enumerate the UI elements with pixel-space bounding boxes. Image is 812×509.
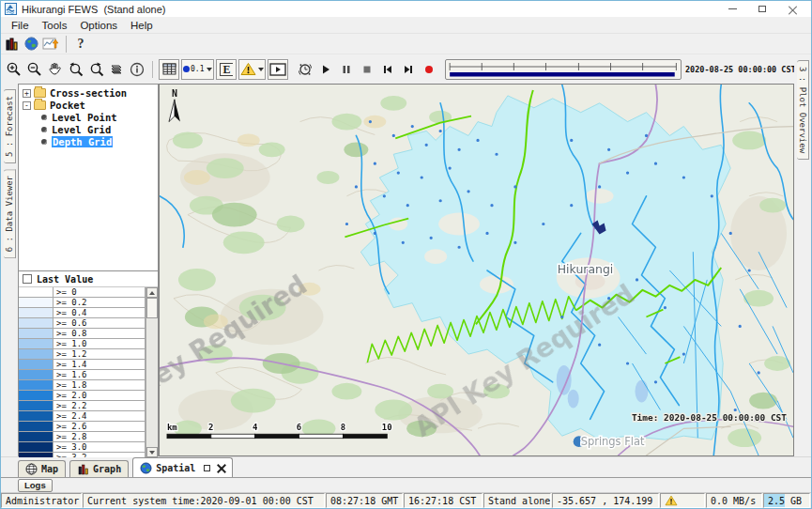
skip-to-start-button[interactable] xyxy=(377,59,398,80)
minimize-icon xyxy=(728,8,737,9)
zoom-in-button[interactable] xyxy=(3,59,23,80)
timeline-slider[interactable] xyxy=(445,59,682,80)
legend-color-swatch xyxy=(19,453,54,457)
current-time-display: 2020-08-25 00:00:00 CST xyxy=(685,65,792,74)
minimize-button[interactable] xyxy=(717,1,747,17)
classification-icon: E xyxy=(220,63,233,76)
legend-row-label: >= 1.0 xyxy=(54,339,146,348)
svg-text:6: 6 xyxy=(297,423,301,432)
zoom-previous-button[interactable] xyxy=(65,59,85,80)
legend-header: Last Value xyxy=(19,271,158,287)
skip-to-end-button[interactable] xyxy=(398,59,419,80)
classification-button[interactable]: E xyxy=(216,59,237,80)
logs-button[interactable]: Logs xyxy=(18,479,53,492)
thresholds-dropdown[interactable] xyxy=(238,59,266,80)
legend-row-label: >= 2.8 xyxy=(54,432,146,441)
tab-maximize-icon[interactable] xyxy=(204,465,210,471)
help-icon: ? xyxy=(78,37,84,52)
tab-graph-label: Graph xyxy=(93,464,121,474)
tree-node-label: Level Grid xyxy=(52,124,111,135)
map-canvas[interactable]: API Key Required API Key Required Hikura… xyxy=(160,85,793,455)
map-display-button[interactable] xyxy=(22,35,40,54)
help-button[interactable]: ? xyxy=(71,35,90,54)
legend-color-swatch xyxy=(19,380,54,390)
legend-row: >= 2.4 xyxy=(19,411,146,422)
legend-scrollbar[interactable] xyxy=(146,287,158,457)
scroll-up-button[interactable] xyxy=(146,287,158,298)
menu-help[interactable]: Help xyxy=(124,19,160,32)
database-button[interactable] xyxy=(3,35,22,54)
record-button[interactable] xyxy=(419,59,439,80)
scrollbar-thumb[interactable] xyxy=(146,298,158,318)
movie-player-button[interactable] xyxy=(268,59,288,80)
scroll-down-button[interactable] xyxy=(146,447,158,457)
tree-node-pocket[interactable]: - Pocket xyxy=(21,100,158,111)
chevron-down-icon xyxy=(207,68,212,71)
timeseries-dialog-button[interactable] xyxy=(40,35,61,54)
warning-icon xyxy=(665,495,678,506)
map-view[interactable]: API Key Required API Key Required Hikura… xyxy=(159,84,794,456)
status-local-time: 16:27:18 CST xyxy=(404,493,483,508)
legend-row: >= 0.4 xyxy=(19,308,146,318)
layers-button[interactable] xyxy=(106,59,127,80)
tab-spatial-label: Spatial xyxy=(156,463,195,473)
window-title: Hikurangi FEWS (Stand alone) xyxy=(22,4,165,15)
menu-options[interactable]: Options xyxy=(73,19,124,32)
spatial-globe-icon xyxy=(140,462,152,474)
legend-row-label: >= 0.6 xyxy=(54,318,146,328)
tab-plot-overview[interactable]: 3 : Plot Overview xyxy=(797,60,809,160)
legend-row: >= 1.8 xyxy=(19,380,146,391)
menu-file[interactable]: File xyxy=(5,19,36,32)
info-button[interactable] xyxy=(127,59,147,80)
chevron-down-icon xyxy=(258,68,264,71)
expand-icon[interactable]: + xyxy=(23,89,31,98)
bullet-icon xyxy=(41,139,47,145)
menu-tools[interactable]: Tools xyxy=(36,19,74,32)
record-icon xyxy=(422,63,436,76)
status-warning[interactable] xyxy=(660,493,705,508)
tree-node-level-grid[interactable]: Level Grid xyxy=(21,124,158,135)
app-window: Hikurangi FEWS (Stand alone) File Tools … xyxy=(0,0,812,509)
grid-scale-dropdown[interactable]: 0.1 xyxy=(181,59,214,80)
play-button[interactable] xyxy=(315,59,336,80)
tree-node-depth-grid[interactable]: Depth Grid xyxy=(21,136,158,147)
tab-data-viewer[interactable]: 6 : Data Viewer xyxy=(4,169,16,258)
pan-button[interactable] xyxy=(44,59,65,80)
show-grid-button[interactable] xyxy=(159,59,179,80)
arrow-up-icon xyxy=(149,291,155,295)
legend-row: >= 3.2 xyxy=(19,453,146,457)
legend-color-swatch xyxy=(19,287,54,297)
zoom-out-button[interactable] xyxy=(23,59,44,80)
collapse-icon[interactable]: - xyxy=(23,101,31,110)
data-columns-icon xyxy=(5,38,20,51)
legend-row-label: >= 1.4 xyxy=(54,360,146,369)
close-button[interactable] xyxy=(777,1,807,17)
main-toolbar: ? xyxy=(1,34,811,54)
tree-node-label: Cross-section xyxy=(50,87,127,99)
scale-dot-icon xyxy=(183,66,190,72)
last-value-checkbox[interactable] xyxy=(23,274,32,284)
legend-color-swatch xyxy=(19,432,54,441)
zoom-next-button[interactable] xyxy=(85,59,106,80)
legend-color-swatch xyxy=(19,308,54,317)
tab-graph[interactable]: Graph xyxy=(69,460,129,477)
legend-color-swatch xyxy=(19,422,54,431)
north-label: N xyxy=(172,88,177,99)
tab-map[interactable]: Map xyxy=(18,460,66,477)
animation-settings-button[interactable] xyxy=(295,59,315,80)
tab-spatial[interactable]: Spatial xyxy=(132,457,233,477)
tab-close-icon[interactable] xyxy=(217,464,225,472)
legend-panel: Last Value >= 0>= 0.2>= 0.4>= 0.6>= 0.8>… xyxy=(18,271,159,458)
tree-node-label-selected: Depth Grid xyxy=(52,136,113,147)
legend-row-label: >= 0.4 xyxy=(54,308,146,317)
legend-row-label: >= 2.4 xyxy=(54,411,146,421)
grid-icon xyxy=(162,63,176,75)
tree-node-cross-section[interactable]: + Cross-section xyxy=(21,87,158,99)
stop-button[interactable] xyxy=(357,59,377,80)
tree-node-level-point[interactable]: Level Point xyxy=(21,112,158,123)
status-system-time: Current system time:2020-09-01 00:00 CST xyxy=(83,493,325,508)
maximize-button[interactable] xyxy=(747,1,777,17)
legend-row-label: >= 1.8 xyxy=(54,380,146,390)
tab-forecast[interactable]: 5 : Forecast xyxy=(4,89,16,163)
pause-button[interactable] xyxy=(336,59,357,80)
